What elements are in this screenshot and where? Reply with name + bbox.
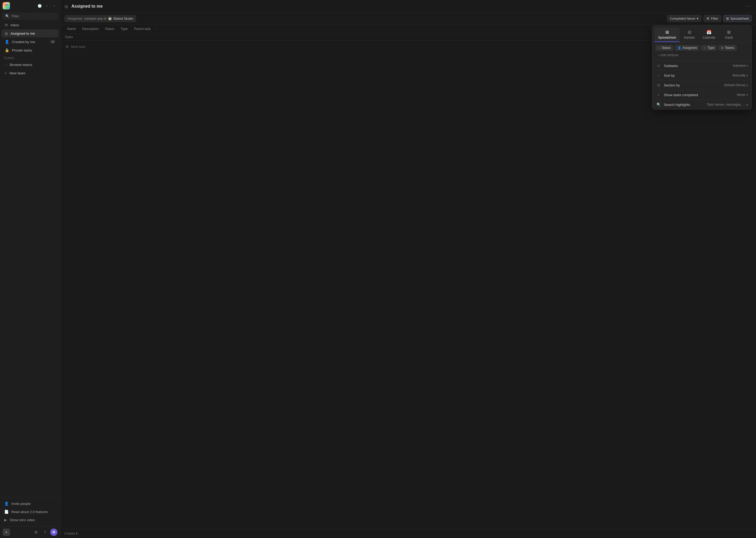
history-icon[interactable]: 🕐 xyxy=(36,3,43,9)
filter-bar: Assignees contains any of 🏢 Baked Studio… xyxy=(60,13,756,25)
task-count[interactable]: 0 tasks ▾ xyxy=(65,531,78,535)
sort-by-value-button[interactable]: Manually ▾ xyxy=(732,74,748,77)
sort-by-value: Manually xyxy=(732,74,745,77)
page-title: Assigned to me xyxy=(71,4,103,9)
col-status[interactable]: Status xyxy=(102,26,117,32)
inbox-icon: ✉ xyxy=(5,23,8,27)
sidebar-item-private-tasks[interactable]: 🔒 Private tasks xyxy=(2,46,59,54)
subtasks-icon: ≡ xyxy=(656,64,661,68)
new-task-row[interactable]: ⊕ New task xyxy=(65,42,752,51)
sidebar-item-assigned-label: Assigned to me xyxy=(11,31,35,35)
spreadsheet-label: Spreadsheet xyxy=(730,17,749,21)
attr-assignees[interactable]: 👤 Assignees xyxy=(675,45,699,51)
read-features-item[interactable]: 📄 Read about 2.0 features xyxy=(2,508,59,516)
created-count-badge: 8 xyxy=(50,40,55,44)
col-description[interactable]: Description xyxy=(79,26,101,32)
calendar-tab-label: Calendar xyxy=(703,36,716,39)
sidebar-item-inbox[interactable]: ✉ Inbox xyxy=(2,21,59,29)
read-features-label: Read about 2.0 features xyxy=(11,510,48,514)
search-highlights-value: Task names, messages, ... xyxy=(707,103,745,106)
sidebar-item-created-by-me[interactable]: 👤 Created by me 8 xyxy=(2,38,59,46)
status-attr-label: Status xyxy=(662,46,671,50)
teams-attr-label: Teams xyxy=(725,46,734,50)
sidebar-item-private-label: Private tasks xyxy=(12,48,32,52)
task-count-label: 0 tasks xyxy=(65,532,75,535)
main-header: ◎ Assigned to me ··· xyxy=(60,0,756,13)
show-tasks-value-button[interactable]: Never ▾ xyxy=(737,93,748,97)
spreadsheet-tab-label: Spreadsheet xyxy=(658,36,676,39)
tab-gantt[interactable]: ⊠ Gantt xyxy=(720,27,738,42)
new-task-plus-icon: ⊕ xyxy=(66,44,69,49)
search-label: Filter xyxy=(12,14,19,18)
search-highlights-chevron: ▾ xyxy=(746,103,748,106)
new-button[interactable]: + xyxy=(3,528,10,536)
option-section-by: ⊡ Section by Default (None) ▾ xyxy=(652,81,752,90)
teams-attr-icon: ⊞ xyxy=(721,46,724,50)
attr-teams[interactable]: ⊞ Teams xyxy=(719,45,736,51)
tasks-column-header: Tasks xyxy=(65,35,720,39)
avatar[interactable]: M xyxy=(50,528,58,536)
section-by-icon: ⊡ xyxy=(656,83,661,87)
intro-video-item[interactable]: ▶ Show intro video xyxy=(2,516,59,524)
type-attr-icon: ✓ xyxy=(704,46,706,50)
task-count-chevron: ▾ xyxy=(76,532,78,535)
attr-status[interactable]: ✓ Status xyxy=(655,45,673,51)
option-search-highlights: 🔍 Search highlights Task names, messages… xyxy=(652,100,752,109)
tab-calendar[interactable]: 📅 Calendar xyxy=(699,27,719,42)
help-icon[interactable]: ? xyxy=(41,528,49,536)
attr-type[interactable]: ✓ Type xyxy=(701,45,717,51)
page-title-icon: ◎ xyxy=(65,4,68,9)
nav-back-icon[interactable]: ‹ xyxy=(44,3,50,9)
app-logo[interactable] xyxy=(3,2,10,10)
tab-spreadsheet[interactable]: ⊞ Spreadsheet xyxy=(654,27,680,42)
spreadsheet-view-button[interactable]: ⊞ Spreadsheet xyxy=(723,15,752,22)
browse-teams-icon: ··· xyxy=(5,63,7,67)
show-tasks-chevron: ▾ xyxy=(746,93,748,96)
search-highlights-icon: 🔍 xyxy=(656,102,661,107)
add-attribute-button[interactable]: + Add attribute xyxy=(655,52,681,58)
col-parent-task[interactable]: Parent task xyxy=(131,26,153,32)
status-attr-icon: ✓ xyxy=(658,46,660,50)
filter-label: Filter xyxy=(711,17,718,21)
columns-bar: Name Description Status Type Parent task… xyxy=(60,25,756,34)
sidebar-item-assigned-to-me[interactable]: ◎ Assigned to me xyxy=(2,29,59,37)
assignees-filter-chip[interactable]: Assignees contains any of 🏢 Baked Studio xyxy=(65,15,136,22)
sidebar-nav-icons: 🕐 ‹ › xyxy=(36,3,58,9)
kanban-tab-icon: ⊟ xyxy=(688,30,691,35)
filter-button[interactable]: ⚙ Filter xyxy=(703,15,721,22)
sort-by-icon: ↕ xyxy=(656,73,661,78)
sidebar-footer: + ⚙ ? M xyxy=(0,526,60,538)
table-body: ⊕ New task xyxy=(60,41,756,528)
main-content: ◎ Assigned to me ··· Assignees contains … xyxy=(60,0,756,538)
section-by-value-button[interactable]: Default (None) ▾ xyxy=(724,83,748,87)
nav-forward-icon[interactable]: › xyxy=(51,3,58,9)
subtasks-value-button[interactable]: Indented ▾ xyxy=(732,64,748,68)
search-icon: 🔍 xyxy=(5,14,10,18)
subtasks-chevron: ▾ xyxy=(746,64,748,67)
assignees-filter-label: Assignees xyxy=(68,17,83,21)
private-icon: 🔒 xyxy=(5,48,9,52)
spreadsheet-icon: ⊞ xyxy=(726,17,729,21)
search-highlights-value-button[interactable]: Task names, messages, ... ▾ xyxy=(707,103,748,106)
section-by-chevron: ▾ xyxy=(746,84,748,87)
more-columns-button[interactable]: ··· xyxy=(154,26,160,32)
more-options-button[interactable]: ··· xyxy=(744,3,752,10)
invite-people-item[interactable]: 👤 Invite people xyxy=(2,500,59,508)
search-highlights-label: Search highlights xyxy=(664,103,704,107)
svg-point-2 xyxy=(5,6,7,8)
completed-never-button[interactable]: Completed Never ▾ xyxy=(667,15,701,22)
sidebar-item-new-team-label: New team xyxy=(10,71,25,75)
video-icon: ▶ xyxy=(4,518,7,522)
gantt-tab-icon: ⊠ xyxy=(727,30,731,35)
completed-label: Completed Never xyxy=(670,17,695,21)
sidebar-item-browse-teams[interactable]: ··· Browse teams xyxy=(2,61,59,69)
completed-chevron: ▾ xyxy=(697,17,698,21)
tab-kanban[interactable]: ⊟ Kanban xyxy=(680,27,698,42)
search-bar[interactable]: 🔍 Filter xyxy=(2,13,58,20)
sidebar-item-new-team[interactable]: + New team xyxy=(2,69,59,77)
sidebar: 🕐 ‹ › 🔍 Filter ✉ Inbox ◎ Assigned to me … xyxy=(0,0,60,538)
settings-icon[interactable]: ⚙ xyxy=(32,528,40,536)
col-type[interactable]: Type xyxy=(118,26,130,32)
col-name[interactable]: Name xyxy=(65,26,78,32)
show-tasks-label: Show tasks completed xyxy=(664,93,734,97)
